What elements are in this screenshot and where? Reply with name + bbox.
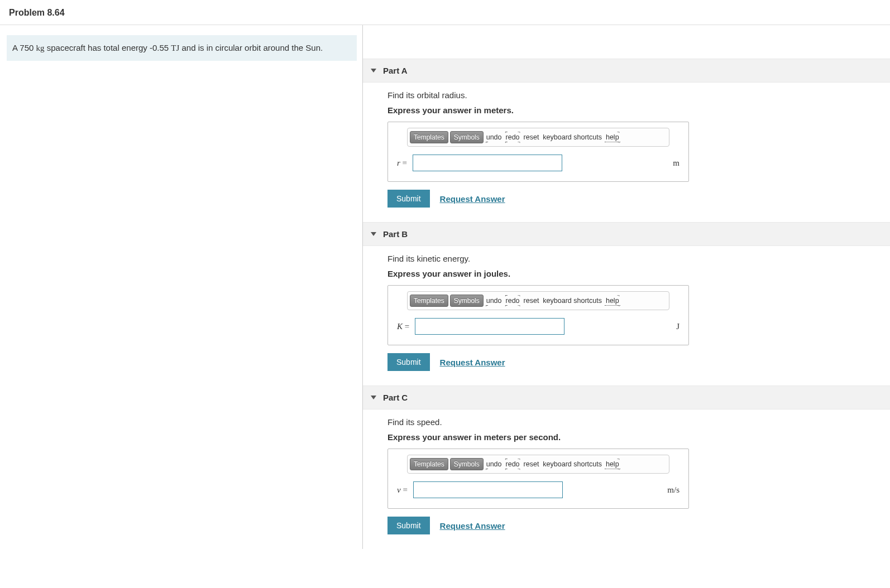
part-a-toolbar: Templates Symbols ⌐undo ⌐¬⌐¬redo reset k… <box>407 128 669 147</box>
part-b-prompt: Find its kinetic energy. <box>387 254 884 263</box>
part-a-unit: m <box>673 158 680 168</box>
caret-down-icon <box>371 232 376 236</box>
part-a-var-label: r = <box>397 158 407 168</box>
part-c-unit: m/s <box>667 485 680 495</box>
redo-button[interactable]: ⌐¬⌐¬redo <box>505 296 521 305</box>
problem-header: Problem 8.64 <box>0 0 890 25</box>
help-button[interactable]: ¬¬help <box>605 133 620 142</box>
keyboard-shortcuts-button[interactable]: keyboard shortcuts <box>542 296 603 305</box>
part-c-answer-box: Templates Symbols ⌐undo ⌐¬⌐¬redo reset k… <box>387 449 689 509</box>
part-b-instruction: Express your answer in joules. <box>387 269 884 278</box>
part-c-header[interactable]: Part C <box>363 385 890 409</box>
part-a: Part A Find its orbital radius. Express … <box>363 59 890 208</box>
reset-button[interactable]: reset <box>523 133 540 142</box>
part-a-instruction: Express your answer in meters. <box>387 105 884 115</box>
part-a-input[interactable] <box>413 155 562 171</box>
part-b: Part B Find its kinetic energy. Express … <box>363 222 890 371</box>
part-b-header[interactable]: Part B <box>363 222 890 246</box>
part-c-input[interactable] <box>413 481 563 498</box>
templates-button[interactable]: Templates <box>410 131 448 143</box>
caret-down-icon <box>371 396 376 399</box>
reset-button[interactable]: reset <box>523 460 540 469</box>
help-button[interactable]: ¬¬help <box>605 460 620 469</box>
part-b-title: Part B <box>383 229 408 239</box>
undo-button[interactable]: ⌐undo <box>485 296 503 305</box>
right-column: Part A Find its orbital radius. Express … <box>363 25 890 549</box>
help-button[interactable]: ¬¬help <box>605 296 620 306</box>
part-a-prompt: Find its orbital radius. <box>387 90 884 100</box>
part-a-answer-box: Templates Symbols ⌐undo ⌐¬⌐¬redo reset k… <box>387 122 689 182</box>
symbols-button[interactable]: Symbols <box>450 295 484 307</box>
part-b-answer-box: Templates Symbols ⌐undo ⌐¬⌐¬redo reset k… <box>387 285 689 345</box>
part-a-title: Part A <box>383 66 408 75</box>
problem-title: Problem 8.64 <box>9 8 881 18</box>
part-a-request-answer-link[interactable]: Request Answer <box>440 194 505 204</box>
caret-down-icon <box>371 69 376 73</box>
keyboard-shortcuts-button[interactable]: keyboard shortcuts <box>542 133 603 142</box>
part-c-title: Part C <box>383 393 408 402</box>
symbols-button[interactable]: Symbols <box>450 131 484 143</box>
part-b-toolbar: Templates Symbols ⌐undo ⌐¬⌐¬redo reset k… <box>407 291 669 310</box>
part-b-input[interactable] <box>415 318 564 335</box>
templates-button[interactable]: Templates <box>410 295 448 307</box>
part-c-instruction: Express your answer in meters per second… <box>387 432 884 442</box>
redo-button[interactable]: ⌐¬⌐¬redo <box>505 133 521 142</box>
part-c-request-answer-link[interactable]: Request Answer <box>440 521 505 531</box>
part-a-submit-button[interactable]: Submit <box>387 190 430 208</box>
part-b-submit-button[interactable]: Submit <box>387 353 430 371</box>
problem-statement: A 750 kg spacecraft has total energy -0.… <box>7 35 357 61</box>
keyboard-shortcuts-button[interactable]: keyboard shortcuts <box>542 460 603 469</box>
left-column: A 750 kg spacecraft has total energy -0.… <box>0 25 363 549</box>
part-b-unit: J <box>676 322 680 331</box>
redo-button[interactable]: ⌐¬⌐¬redo <box>505 460 521 469</box>
undo-button[interactable]: ⌐undo <box>485 133 503 142</box>
templates-button[interactable]: Templates <box>410 458 448 470</box>
symbols-button[interactable]: Symbols <box>450 458 484 470</box>
part-c-submit-button[interactable]: Submit <box>387 517 430 534</box>
part-c-prompt: Find its speed. <box>387 417 884 427</box>
part-c: Part C Find its speed. Express your answ… <box>363 385 890 534</box>
part-b-request-answer-link[interactable]: Request Answer <box>440 358 505 367</box>
part-a-header[interactable]: Part A <box>363 59 890 83</box>
undo-button[interactable]: ⌐undo <box>485 460 503 469</box>
part-b-var-label: K = <box>397 322 409 331</box>
reset-button[interactable]: reset <box>523 296 540 305</box>
part-c-var-label: v = <box>397 485 408 495</box>
part-c-toolbar: Templates Symbols ⌐undo ⌐¬⌐¬redo reset k… <box>407 455 669 474</box>
